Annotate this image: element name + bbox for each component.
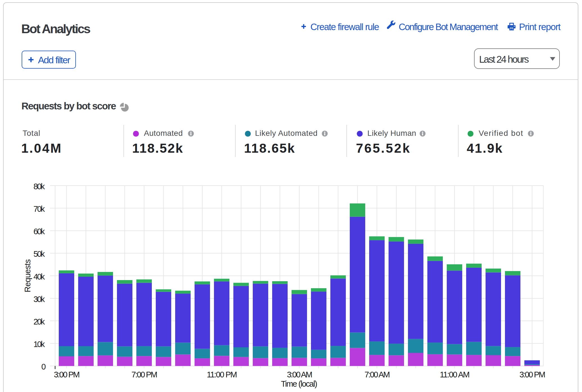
svg-text:0: 0	[41, 362, 46, 371]
svg-text:3:00 PM: 3:00 PM	[54, 370, 79, 379]
svg-text:3:00 AM: 3:00 AM	[287, 370, 312, 379]
svg-text:80k: 80k	[33, 182, 45, 191]
svg-text:11:00 AM: 11:00 AM	[440, 370, 469, 379]
svg-text:10k: 10k	[33, 340, 45, 349]
svg-text:Time (local): Time (local)	[281, 379, 317, 388]
svg-text:7:00 PM: 7:00 PM	[132, 370, 157, 379]
svg-text:20k: 20k	[33, 317, 45, 326]
svg-text:Requests: Requests	[23, 259, 32, 292]
svg-text:40k: 40k	[33, 272, 45, 281]
svg-text:60k: 60k	[33, 227, 45, 236]
svg-text:30k: 30k	[33, 295, 45, 304]
svg-text:11:00 PM: 11:00 PM	[207, 370, 237, 379]
svg-text:50k: 50k	[33, 249, 45, 258]
svg-text:3:00 PM: 3:00 PM	[520, 370, 545, 379]
svg-text:7:00 AM: 7:00 AM	[364, 370, 389, 379]
svg-text:70k: 70k	[33, 204, 45, 213]
